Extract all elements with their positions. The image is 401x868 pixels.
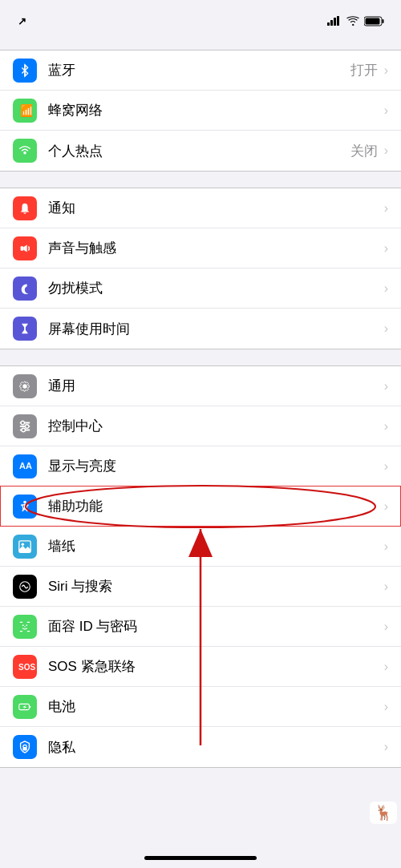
row-right-accessibility: ›	[381, 499, 388, 514]
svg-rect-1	[330, 20, 333, 26]
chevron-sos: ›	[384, 660, 388, 674]
svg-point-29	[26, 624, 27, 626]
page-title	[0, 35, 401, 50]
svg-rect-26	[20, 630, 23, 631]
label-battery: 电池	[48, 697, 381, 716]
icon-general	[13, 374, 37, 398]
label-display: 显示与亮度	[48, 457, 381, 475]
row-right-faceid: ›	[381, 620, 388, 634]
svg-rect-6	[383, 19, 384, 23]
icon-faceid	[13, 615, 37, 639]
svg-rect-0	[327, 22, 330, 26]
status-time: ↗	[16, 14, 26, 28]
status-icons	[327, 16, 385, 26]
svg-point-16	[21, 421, 25, 425]
label-bluetooth: 蓝牙	[48, 61, 350, 79]
row-right-bluetooth: 打开›	[350, 61, 388, 79]
chevron-hotspot: ›	[384, 143, 388, 158]
row-right-display: ›	[381, 459, 388, 474]
settings-row-dnd[interactable]: 勿扰模式›	[0, 268, 401, 309]
row-right-sos: ›	[381, 660, 388, 674]
svg-point-12	[22, 384, 26, 388]
settings-row-faceid[interactable]: 面容 ID 与密码›	[0, 607, 401, 647]
label-controlcenter: 控制中心	[48, 417, 381, 435]
right-text-hotspot: 关闭	[350, 142, 378, 160]
settings-row-display[interactable]: AA显示与亮度›	[0, 446, 401, 486]
chevron-general: ›	[384, 379, 388, 394]
svg-rect-34	[22, 747, 26, 751]
icon-controlcenter	[13, 414, 37, 438]
icon-notifications	[13, 196, 37, 220]
settings-row-accessibility[interactable]: 辅助功能›	[0, 486, 401, 527]
chevron-siri: ›	[384, 579, 388, 594]
status-bar: ↗	[0, 0, 401, 35]
chevron-notifications: ›	[384, 201, 388, 216]
battery-status-icon	[364, 16, 385, 26]
svg-point-18	[22, 428, 26, 432]
row-right-siri: ›	[381, 579, 388, 594]
chevron-bluetooth: ›	[384, 63, 388, 78]
svg-point-20	[23, 500, 26, 503]
settings-group-group1: 蓝牙打开› 📶 蜂窝网络› 个人热点关闭›	[0, 50, 401, 172]
svg-text:📶: 📶	[20, 103, 32, 118]
label-sounds: 声音与触感	[48, 239, 381, 257]
svg-rect-33	[29, 705, 30, 708]
label-dnd: 勿扰模式	[48, 279, 381, 297]
icon-hotspot	[13, 139, 37, 163]
icon-wallpaper	[13, 535, 37, 559]
svg-rect-25	[27, 621, 30, 622]
settings-row-cellular[interactable]: 📶 蜂窝网络›	[0, 91, 401, 131]
label-sos: SOS 紧急联络	[48, 657, 381, 676]
label-siri: Siri 与搜索	[48, 577, 381, 595]
label-accessibility: 辅助功能	[48, 497, 381, 515]
icon-bluetooth	[13, 59, 37, 83]
row-right-general: ›	[381, 379, 388, 394]
label-hotspot: 个人热点	[48, 142, 350, 160]
icon-display: AA	[13, 454, 37, 478]
settings-row-siri[interactable]: Siri 与搜索›	[0, 567, 401, 607]
row-right-battery: ›	[381, 700, 388, 714]
settings-row-general[interactable]: 通用›	[0, 366, 401, 406]
settings-row-controlcenter[interactable]: 控制中心›	[0, 406, 401, 446]
settings-row-hotspot[interactable]: 个人热点关闭›	[0, 131, 401, 171]
svg-rect-24	[20, 621, 23, 622]
home-indicator	[144, 856, 257, 860]
chevron-display: ›	[384, 459, 388, 474]
settings-row-bluetooth[interactable]: 蓝牙打开›	[0, 50, 401, 91]
chevron-battery: ›	[384, 700, 388, 714]
chevron-cellular: ›	[384, 103, 388, 118]
chevron-sounds: ›	[384, 241, 388, 256]
group-spacer	[0, 349, 401, 365]
settings-row-sos[interactable]: SOSSOS 紧急联络›	[0, 647, 401, 687]
bottom-bar	[0, 850, 401, 868]
row-right-wallpaper: ›	[381, 539, 388, 554]
icon-sos: SOS	[13, 655, 37, 679]
chevron-controlcenter: ›	[384, 419, 388, 434]
chevron-screentime: ›	[384, 321, 388, 336]
settings-row-battery[interactable]: 电池›	[0, 687, 401, 727]
label-faceid: 面容 ID 与密码	[48, 617, 381, 636]
signal-icon	[327, 16, 342, 26]
settings-group-group2: 通知› 声音与触感› 勿扰模式› 屏幕使用时间›	[0, 188, 401, 349]
svg-point-22	[22, 543, 25, 546]
settings-row-privacy[interactable]: 隐私›	[0, 727, 401, 767]
wifi-icon	[346, 16, 359, 26]
settings-row-screentime[interactable]: 屏幕使用时间›	[0, 309, 401, 349]
row-right-hotspot: 关闭›	[350, 142, 388, 160]
settings-row-wallpaper[interactable]: 墙纸›	[0, 527, 401, 567]
row-right-notifications: ›	[381, 201, 388, 216]
icon-siri	[13, 575, 37, 599]
settings-row-notifications[interactable]: 通知›	[0, 188, 401, 228]
label-screentime: 屏幕使用时间	[48, 320, 381, 338]
chevron-dnd: ›	[384, 281, 388, 296]
icon-privacy	[13, 735, 37, 759]
row-right-privacy: ›	[381, 740, 388, 754]
svg-text:SOS: SOS	[18, 663, 35, 672]
settings-row-sounds[interactable]: 声音与触感›	[0, 228, 401, 268]
label-privacy: 隐私	[48, 738, 381, 757]
svg-text:AA: AA	[19, 461, 32, 470]
svg-rect-7	[366, 18, 380, 24]
chevron-faceid: ›	[384, 620, 388, 634]
svg-point-4	[352, 24, 354, 26]
row-right-screentime: ›	[381, 321, 388, 336]
